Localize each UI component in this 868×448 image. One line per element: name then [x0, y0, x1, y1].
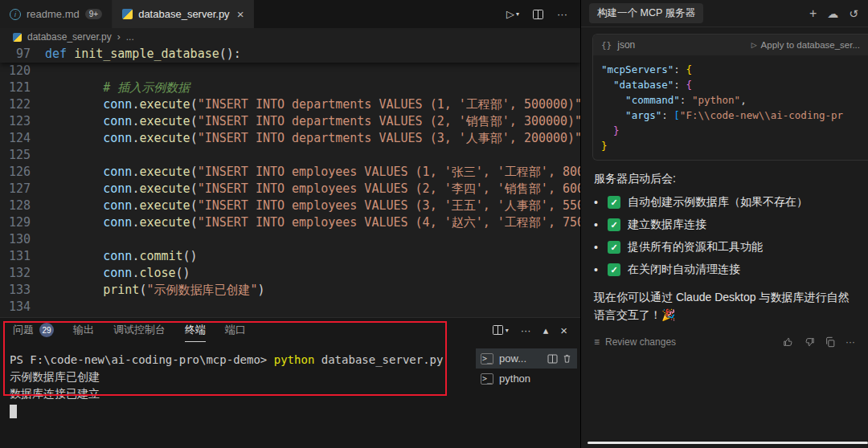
terminal-list-item-powershell[interactable]: >_ pow...	[476, 348, 577, 369]
code-text: conn.commit()	[45, 248, 198, 265]
panel-tab-0[interactable]: 问题29	[13, 318, 54, 342]
terminal[interactable]: PS F:\code-new\ai-coding-pro\mcp-demo> p…	[0, 342, 454, 448]
chevron-down-icon: ▾	[516, 10, 519, 18]
token: :	[661, 109, 674, 121]
code-block-line: "command": "python",	[601, 92, 860, 108]
bullet-text: 自动创建示例数据库（如果不存在）	[628, 195, 808, 210]
code-line[interactable]: 127 conn.execute("INSERT INTO employees …	[0, 181, 580, 198]
run-button[interactable]: ▷ ▾	[506, 8, 519, 20]
code-line[interactable]: 132 conn.close()	[0, 265, 580, 282]
code-block-line: "mcpServers": {	[601, 62, 860, 77]
sticky-scroll-line[interactable]: 97 def init_sample_database():	[0, 46, 580, 63]
line-number: 128	[0, 198, 45, 214]
code-line[interactable]: 126 conn.execute("INSERT INTO employees …	[0, 164, 580, 181]
more-actions-icon[interactable]: ···	[521, 324, 531, 336]
python-icon	[13, 33, 22, 42]
code-line[interactable]: 122 conn.execute("INSERT INTO department…	[0, 96, 580, 113]
code-line[interactable]: 128 conn.execute("INSERT INTO employees …	[0, 198, 580, 214]
bullet-dot-icon: •	[594, 218, 600, 231]
tab-readme[interactable]: i readme.md 9+	[0, 0, 113, 28]
close-tab-icon[interactable]: ×	[237, 7, 244, 21]
token	[45, 80, 103, 95]
thumbs-up-icon[interactable]	[783, 336, 794, 348]
token: :	[680, 94, 692, 106]
line-number: 122	[0, 96, 45, 113]
panel-tab-1[interactable]: 输出	[73, 318, 94, 342]
token: "command"	[625, 94, 680, 106]
terminal-list-item-python[interactable]: >_ python	[476, 369, 577, 389]
chat-header: 构建一个 MCP 服务器 + ☁ ↺	[581, 0, 868, 27]
checklist-item: •✓建立数据库连接	[594, 217, 855, 233]
apply-label: Apply to database_ser...	[761, 40, 860, 50]
bullet-dot-icon: •	[594, 263, 600, 276]
token: 示例数据库已创建	[10, 370, 100, 383]
code-block-header: {} json ▷ Apply to database_ser...	[593, 35, 868, 55]
thumbs-down-icon[interactable]	[804, 336, 815, 348]
token: execute	[139, 131, 190, 145]
review-changes-button[interactable]: Review changes	[605, 336, 676, 348]
code-line[interactable]: 129 conn.execute("INSERT INTO employees …	[0, 214, 580, 231]
history-icon[interactable]: ↺	[849, 7, 858, 20]
terminal-line: PS F:\code-new\ai-coding-pro\mcp-demo> p…	[10, 352, 454, 369]
close-panel-icon[interactable]: ×	[560, 324, 567, 337]
token: conn	[103, 114, 132, 128]
terminal-item-actions	[547, 353, 572, 364]
token: execute	[139, 215, 190, 230]
code-editor[interactable]: 97 def init_sample_database(): 120121 # …	[0, 46, 580, 317]
more-actions-icon[interactable]: ···	[845, 336, 855, 348]
token: (	[190, 114, 198, 128]
kill-terminal-icon[interactable]	[562, 353, 572, 364]
token: }	[601, 140, 608, 152]
code-line[interactable]: 133 print("示例数据库已创建")	[0, 282, 580, 299]
code-line[interactable]: 130	[0, 231, 580, 248]
terminal-list: >_ pow... >_ python	[476, 348, 577, 389]
chat-title-tab[interactable]: 构建一个 MCP 服务器	[589, 3, 703, 23]
panel-tab-2[interactable]: 调试控制台	[113, 318, 166, 342]
code-line[interactable]: 125	[0, 147, 580, 164]
token: execute	[139, 114, 190, 128]
apply-button[interactable]: ▷ Apply to database_ser...	[751, 40, 860, 50]
code-line[interactable]: 124 conn.execute("INSERT INTO department…	[0, 130, 580, 147]
code-line[interactable]: 131 conn.commit()	[0, 248, 580, 265]
terminal-list-label: pow...	[499, 352, 526, 365]
token: execute	[139, 198, 190, 213]
tab-database-server[interactable]: database_server.py ×	[113, 0, 254, 28]
code-text: conn.execute("INSERT INTO departments VA…	[45, 96, 580, 113]
panel-tab-3[interactable]: 终端	[185, 318, 206, 342]
code-line[interactable]: 121 # 插入示例数据	[0, 79, 580, 96]
terminal-icon: >_	[481, 373, 493, 385]
tab-problems-badge: 9+	[85, 9, 102, 19]
tab-label: readme.md	[27, 8, 80, 20]
token	[45, 114, 103, 128]
token: )	[258, 283, 265, 297]
panel-tab-label: 问题	[13, 323, 34, 337]
code-line[interactable]: 123 conn.execute("INSERT INTO department…	[0, 113, 580, 130]
token: conn	[103, 266, 132, 280]
token: "INSERT INTO employees VALUES (4, '赵六', …	[198, 215, 580, 230]
maximize-panel-icon[interactable]: ▴	[543, 324, 549, 336]
code-text: print("示例数据库已创建")	[45, 282, 265, 299]
breadcrumb-file: database_server.py	[27, 31, 112, 43]
chevron-down-icon: ▾	[506, 327, 509, 334]
copy-icon[interactable]	[825, 336, 836, 348]
new-chat-icon[interactable]: +	[809, 6, 817, 21]
terminal-layout-button[interactable]: ▾	[492, 324, 509, 336]
code-line[interactable]: 120	[0, 63, 580, 79]
split-terminal-icon[interactable]	[547, 354, 558, 364]
breadcrumb-more: ...	[126, 31, 134, 43]
chat-footer: ≡ Review changes ···	[594, 336, 855, 348]
token: conn	[103, 165, 132, 179]
code-line[interactable]: 134	[0, 299, 580, 316]
line-number: 121	[0, 79, 45, 96]
token: "INSERT INTO employees VALUES (1, '张三', …	[198, 165, 580, 179]
split-editor-icon[interactable]	[532, 9, 544, 20]
line-number: 97	[0, 46, 45, 63]
more-actions-icon[interactable]: ···	[557, 8, 567, 20]
cloud-icon[interactable]: ☁	[827, 7, 838, 20]
token: (	[190, 97, 198, 112]
breadcrumb[interactable]: database_server.py › ...	[0, 28, 580, 46]
token: }	[613, 124, 620, 136]
panel-actions: ▾ ··· ▴ ×	[492, 318, 580, 342]
panel-tab-4[interactable]: 端口	[225, 318, 246, 342]
token: "mcpServers"	[601, 63, 674, 75]
